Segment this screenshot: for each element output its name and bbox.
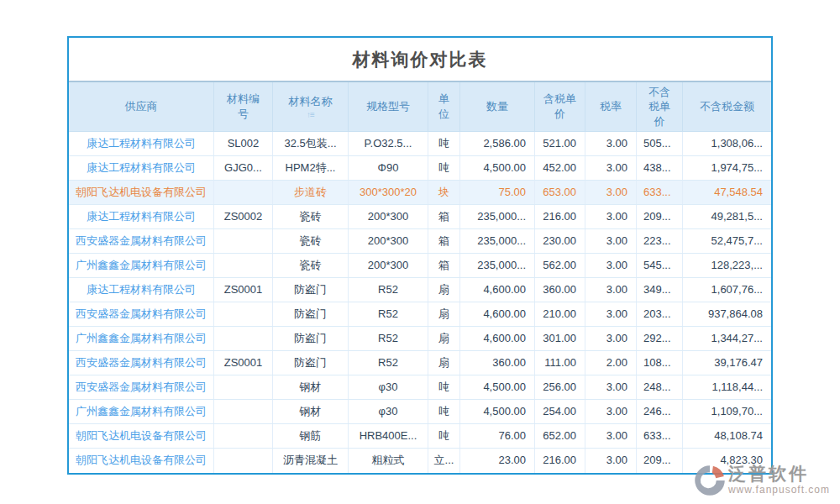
- cell-qty: 235,000...: [460, 229, 535, 253]
- table-row[interactable]: 朝阳飞达机电设备有限公司步道砖300*300*20块75.00653.003.0…: [69, 181, 771, 205]
- column-header-label: 规格型号: [366, 99, 410, 114]
- cell-code: ZS0001: [214, 278, 273, 302]
- cell-spec: 200*300: [349, 229, 428, 253]
- cell-tax_rate: 3.00: [585, 254, 637, 277]
- cell-code: [214, 254, 273, 277]
- cell-tax_rate: 3.00: [585, 132, 637, 155]
- cell-unit: 扇: [428, 351, 460, 375]
- table-row[interactable]: 西安盛器金属材料有限公司钢材φ30吨4,500.00256.003.00248.…: [69, 375, 771, 400]
- cell-qty: 75.00: [460, 181, 535, 204]
- column-header-unit[interactable]: 单位: [428, 82, 460, 131]
- cell-amount_no_tax: 39,176.47: [683, 351, 771, 375]
- cell-supplier[interactable]: 西安盛器金属材料有限公司: [69, 351, 214, 375]
- table-row[interactable]: 朝阳飞达机电设备有限公司钢筋HRB400E...吨76.00652.003.00…: [69, 424, 771, 449]
- cell-qty: 360.00: [460, 351, 535, 375]
- cell-code: ZS0002: [214, 205, 273, 228]
- cell-code: [214, 229, 273, 253]
- sort-asc-icon[interactable]: ↑≡: [307, 111, 314, 119]
- column-header-price_no_tax[interactable]: 不含税单价: [637, 82, 683, 131]
- cell-name: 钢材: [273, 400, 349, 423]
- cell-code: [214, 424, 273, 448]
- cell-tax_rate: 3.00: [585, 229, 637, 253]
- material-inquiry-table: 材料询价对比表 供应商材料编号材料名称↑≡规格型号单位数量含税单价税率不含税单价…: [67, 36, 773, 475]
- cell-unit: 扇: [428, 278, 460, 302]
- cell-name: 防盗门: [273, 278, 349, 302]
- cell-code: ZS0001: [214, 351, 273, 375]
- cell-supplier[interactable]: 西安盛器金属材料有限公司: [69, 375, 214, 399]
- table-row[interactable]: 广州鑫鑫金属材料有限公司钢材φ30吨4,500.00254.003.00246.…: [69, 400, 771, 424]
- column-header-qty[interactable]: 数量: [460, 82, 535, 131]
- column-header-code[interactable]: 材料编号: [214, 82, 273, 131]
- cell-supplier[interactable]: 朝阳飞达机电设备有限公司: [69, 449, 214, 473]
- cell-supplier[interactable]: 康达工程材料有限公司: [69, 278, 214, 302]
- cell-spec: HRB400E...: [349, 424, 428, 448]
- cell-price_tax: 521.00: [535, 132, 585, 155]
- cell-supplier[interactable]: 广州鑫鑫金属材料有限公司: [69, 400, 214, 423]
- column-header-tax_rate[interactable]: 税率: [585, 82, 637, 131]
- cell-supplier[interactable]: 康达工程材料有限公司: [69, 156, 214, 180]
- cell-supplier[interactable]: 康达工程材料有限公司: [69, 205, 214, 228]
- cell-tax_rate: 2.00: [585, 351, 637, 375]
- cell-name: 瓷砖: [273, 254, 349, 277]
- cell-price_tax: 452.00: [535, 156, 585, 180]
- column-header-supplier[interactable]: 供应商: [69, 82, 214, 131]
- cell-price_no_tax: 209...: [637, 205, 683, 228]
- cell-spec: 300*300*20: [349, 181, 428, 204]
- cell-unit: 吨: [428, 132, 460, 155]
- cell-spec: R52: [349, 278, 428, 302]
- table-row[interactable]: 广州鑫鑫金属材料有限公司防盗门R52扇4,600.00301.003.00292…: [69, 327, 771, 351]
- cell-price_tax: 301.00: [535, 327, 585, 350]
- cell-qty: 4,600.00: [460, 278, 535, 302]
- cell-tax_rate: 3.00: [585, 400, 637, 423]
- cell-name: HPM2特...: [273, 156, 349, 180]
- table-row[interactable]: 朝阳飞达机电设备有限公司沥青混凝土粗粒式立...23.00216.003.002…: [69, 449, 771, 473]
- table-row[interactable]: 西安盛器金属材料有限公司防盗门R52扇4,600.00210.003.00203…: [69, 302, 771, 327]
- cell-supplier[interactable]: 广州鑫鑫金属材料有限公司: [69, 254, 214, 277]
- column-header-amount_no_tax[interactable]: 不含税金额: [683, 82, 771, 131]
- table-row[interactable]: 西安盛器金属材料有限公司瓷砖200*300箱235,000...230.003.…: [69, 229, 771, 254]
- table-row[interactable]: 广州鑫鑫金属材料有限公司瓷砖200*300箱235,000...562.003.…: [69, 254, 771, 278]
- cell-spec: Φ90: [349, 156, 428, 180]
- table-row[interactable]: 康达工程材料有限公司ZS0002瓷砖200*300箱235,000...216.…: [69, 205, 771, 229]
- cell-qty: 76.00: [460, 424, 535, 448]
- column-header-name[interactable]: 材料名称↑≡: [273, 82, 349, 131]
- cell-supplier[interactable]: 广州鑫鑫金属材料有限公司: [69, 327, 214, 350]
- table-row[interactable]: 康达工程材料有限公司ZS0001防盗门R52扇4,600.00360.003.0…: [69, 278, 771, 302]
- cell-tax_rate: 3.00: [585, 327, 637, 350]
- column-header-label: 税率: [600, 99, 622, 114]
- cell-supplier[interactable]: 朝阳飞达机电设备有限公司: [69, 181, 214, 204]
- cell-qty: 23.00: [460, 449, 535, 473]
- brand-url: www.fanpusoft.com: [728, 484, 830, 496]
- brand-name: 泛普软件: [728, 464, 809, 484]
- cell-supplier[interactable]: 西安盛器金属材料有限公司: [69, 302, 214, 326]
- cell-qty: 4,600.00: [460, 302, 535, 326]
- cell-price_tax: 216.00: [535, 449, 585, 473]
- cell-name: 防盗门: [273, 327, 349, 350]
- cell-name: 防盗门: [273, 351, 349, 375]
- cell-qty: 4,600.00: [460, 327, 535, 350]
- table-row[interactable]: 西安盛器金属材料有限公司ZS0001防盗门R52扇360.00111.002.0…: [69, 351, 771, 375]
- cell-qty: 4,500.00: [460, 156, 535, 180]
- cell-name: 步道砖: [273, 181, 349, 204]
- cell-amount_no_tax: 1,974,75...: [683, 156, 771, 180]
- column-header-price_tax[interactable]: 含税单价: [535, 82, 585, 131]
- cell-price_tax: 256.00: [535, 375, 585, 399]
- cell-spec: φ30: [349, 400, 428, 423]
- cell-unit: 箱: [428, 229, 460, 253]
- table-row[interactable]: 康达工程材料有限公司GJG0...HPM2特...Φ90吨4,500.00452…: [69, 156, 771, 181]
- cell-supplier[interactable]: 西安盛器金属材料有限公司: [69, 229, 214, 253]
- cell-qty: 4,500.00: [460, 375, 535, 399]
- cell-supplier[interactable]: 康达工程材料有限公司: [69, 132, 214, 155]
- cell-spec: R52: [349, 302, 428, 326]
- cell-price_no_tax: 209...: [637, 449, 683, 473]
- cell-spec: 200*300: [349, 205, 428, 228]
- cell-supplier[interactable]: 朝阳飞达机电设备有限公司: [69, 424, 214, 448]
- cell-price_tax: 230.00: [535, 229, 585, 253]
- column-header-spec[interactable]: 规格型号: [349, 82, 428, 131]
- cell-unit: 吨: [428, 156, 460, 180]
- table-header-row: 供应商材料编号材料名称↑≡规格型号单位数量含税单价税率不含税单价不含税金额: [69, 81, 771, 132]
- cell-price_tax: 562.00: [535, 254, 585, 277]
- column-header-label: 不含税金额: [700, 99, 754, 114]
- cell-amount_no_tax: 1,308,06...: [683, 132, 771, 155]
- table-row[interactable]: 康达工程材料有限公司SL00232.5包装...P.O32.5...吨2,586…: [69, 132, 771, 156]
